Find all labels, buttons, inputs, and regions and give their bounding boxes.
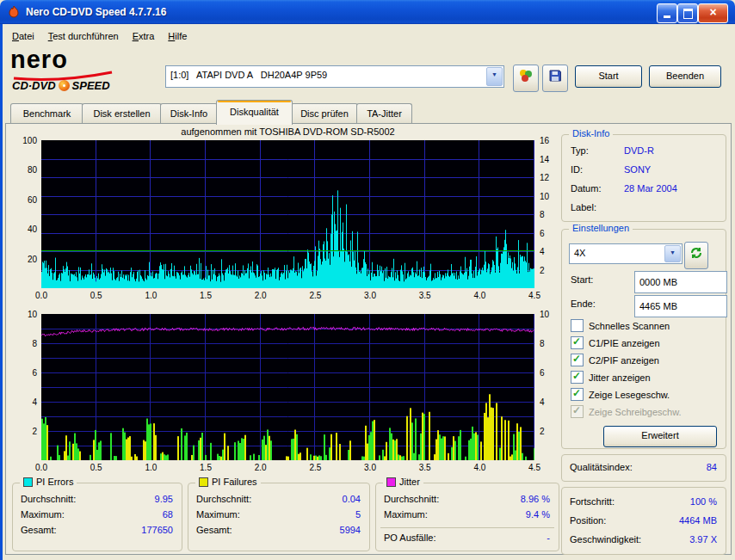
tab-disc-pruefen[interactable]: Disc prüfen [291,103,358,125]
tab-disk-erstellen[interactable]: Disk erstellen [82,103,162,125]
tab-ta-jitter[interactable]: TA-Jitter [356,103,412,125]
axis-tick-label: 1.5 [195,291,217,300]
speed-select[interactable]: 4X ▼ [569,243,682,264]
fortschritt-value: 100 % [690,496,717,507]
checkbox[interactable] [571,319,584,332]
avg-label: Durchschnitt: [196,494,251,504]
menu-hilfe[interactable]: Hilfe [161,28,194,49]
axis-tick-label: 4.5 [523,291,546,300]
axis-tick-label: 3.0 [359,463,381,472]
end-field[interactable] [634,295,727,317]
maximize-icon [683,9,693,19]
axis-tick-label: 0.0 [30,463,52,472]
checkbox-zeige-lesegeschw[interactable]: Zeige Lesegeschw. [571,388,670,401]
refresh-icon [689,246,703,260]
tab-diskqualitaet[interactable]: Diskqualität [216,100,293,125]
advanced-button[interactable]: Erweitert [603,426,717,447]
max-value: 9.4 % [526,509,550,520]
speed-select-dropdown-button[interactable]: ▼ [664,245,681,262]
axis-tick-label: 16 [540,136,559,145]
save-icon [548,69,562,83]
pi-errors-left-axis: 10080604020 [12,140,40,288]
drive-select[interactable]: [1:0] ATAPI DVD A DH20A4P 9P59 ▼ [165,65,504,88]
pi-failures-panel-title: PI Failures [212,477,257,487]
palette-icon [519,69,533,83]
refresh-button[interactable] [684,242,708,269]
axis-tick-label: 2 [540,427,559,436]
axis-tick-label: 2.0 [250,463,272,472]
pi-errors-stats-panel: PI Errors Durchschnitt:9.95 Maximum:68 G… [12,483,182,551]
checkbox-schnelles-scannen[interactable]: Schnelles Scannen [571,319,670,332]
end-field-label: Ende: [571,298,596,309]
axis-tick-label: 80 [12,165,37,175]
tab-disk-info[interactable]: Disk-Info [160,103,218,125]
axis-tick-label: 2.0 [250,291,272,300]
total-label: Gesamt: [21,525,57,535]
jitter-x-axis: 0.00.51.01.52.02.53.03.54.04.5 [41,463,534,473]
axis-tick-label: 10 [540,310,559,319]
total-label: Gesamt: [196,525,232,535]
datum-value: 28 Mar 2004 [624,183,677,194]
po-failures-value: - [547,532,550,543]
minimize-button[interactable] [657,3,677,23]
avg-label: Durchschnitt: [21,494,76,504]
minimize-icon [664,15,670,18]
checkbox-c1-pie-anzeigen[interactable]: C1/PIE anzeigen [571,336,660,349]
max-label: Maximum: [384,509,428,520]
exit-button[interactable]: Beenden [649,65,721,88]
total-value: 5994 [340,525,361,535]
checkbox-jitter-anzeigen[interactable]: Jitter anzeigen [571,371,651,384]
axis-tick-label: 1.0 [139,463,162,472]
axis-tick-label: 8 [540,339,559,348]
checkbox[interactable] [571,336,584,349]
axis-tick-label: 0.5 [85,291,108,300]
axis-tick-label: 2 [12,427,37,436]
position-label: Position: [570,515,606,526]
position-value: 4464 MB [679,515,717,526]
axis-tick-label: 6 [540,229,559,238]
disk-info-title: Disk-Info [572,128,609,138]
pi-failures-stats-panel: PI Failures Durchschnitt:0.04 Maximum:5 … [188,483,370,551]
axis-tick-label: 2.5 [304,463,326,472]
axis-tick-label: 6 [540,368,559,378]
axis-tick-label: 1.5 [195,463,217,472]
title-bar[interactable]: Nero CD-DVD Speed 4.7.7.16 × [0,0,735,24]
id-label: ID: [571,164,624,175]
close-button[interactable]: × [698,3,728,23]
jitter-right-axis: 108642 [537,314,559,460]
geschwindigkeit-value: 3.97 X [689,534,717,545]
axis-tick-label: 2.5 [304,291,326,300]
max-value: 5 [355,509,361,520]
avg-value: 9.95 [155,494,173,504]
geschwindigkeit-label: Geschwindigkeit: [570,534,641,545]
id-value: SONY [624,164,651,175]
checkbox[interactable] [571,354,584,366]
axis-tick-label: 0.5 [85,463,108,472]
settings-panel: Einstellungen 4X ▼ Start: Ende: Schnelle… [561,229,726,449]
start-field-label: Start: [571,274,593,285]
axis-tick-label: 100 [12,136,37,145]
checkbox[interactable] [571,371,584,384]
quality-index-value: 84 [707,462,717,472]
maximize-button[interactable] [677,3,698,23]
axis-tick-label: 8 [540,210,559,219]
pi-errors-chart-canvas [41,140,534,288]
speed-select-value: 4X [574,248,585,258]
nero-logo: nero CD·DVD SPEED [10,48,157,91]
menu-extra[interactable]: Extra [126,28,162,49]
checkbox-c2-pif-anzeigen[interactable]: C2/PIF anzeigen [571,354,659,366]
start-button[interactable]: Start [575,65,642,88]
axis-tick-label: 3.5 [414,291,436,300]
chart-title: aufgenommen mit TOSHIBA DVD-ROM SD-R5002 [41,126,534,137]
options-icon-button[interactable] [513,65,539,92]
save-screenshot-button[interactable] [542,65,568,92]
start-field[interactable] [634,271,727,293]
tab-benchmark[interactable]: Benchmark [10,103,83,125]
checkbox[interactable] [571,388,584,401]
avg-label: Durchschnitt: [384,494,439,504]
drive-select-dropdown-button[interactable]: ▼ [486,67,503,86]
pi-errors-panel-title: PI Errors [36,477,73,487]
app-icon [7,5,21,19]
jitter-swatch [386,477,396,487]
axis-tick-label: 20 [12,255,37,264]
